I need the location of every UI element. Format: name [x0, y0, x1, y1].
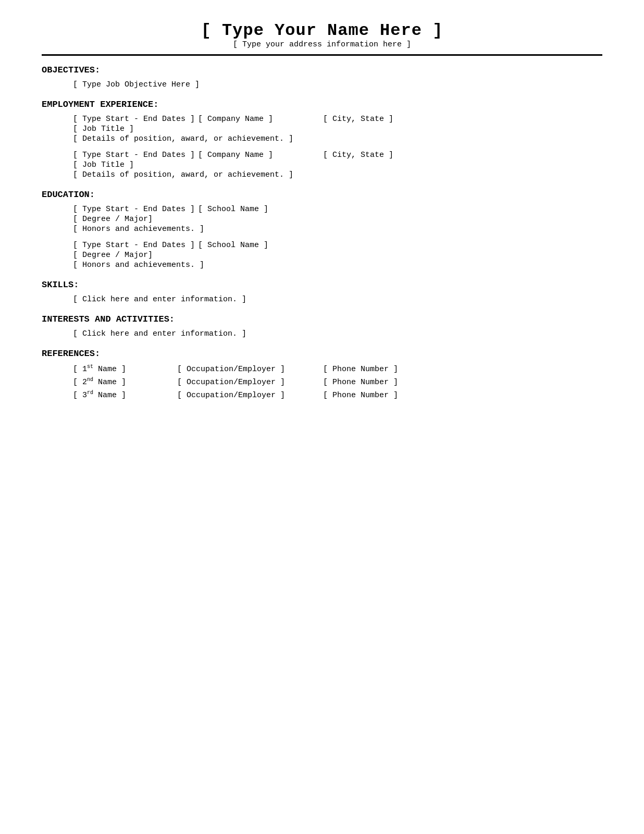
interests-section: INTERESTS AND ACTIVITIES: [ Click here a…	[42, 314, 602, 338]
interests-field[interactable]: [ Click here and enter information. ]	[73, 329, 602, 338]
emp2-company[interactable]: [ Company Name ]	[198, 151, 323, 160]
address-field[interactable]: [ Type your address information here ]	[42, 40, 602, 49]
skills-field[interactable]: [ Click here and enter information. ]	[73, 295, 602, 304]
education-title: EDUCATION:	[42, 190, 602, 200]
employment-entry-1-row1: [ Type Start - End Dates ] [ Company Nam…	[73, 115, 602, 124]
header-divider	[42, 54, 602, 56]
education-entry-1-row1: [ Type Start - End Dates ] [ School Name…	[73, 205, 602, 214]
edu1-degree[interactable]: [ Degree / Major]	[73, 215, 602, 224]
emp1-details[interactable]: [ Details of position, award, or achieve…	[73, 134, 602, 143]
emp2-city[interactable]: [ City, State ]	[323, 151, 417, 160]
skills-title: SKILLS:	[42, 280, 602, 290]
emp1-company[interactable]: [ Company Name ]	[198, 115, 323, 124]
ref1-occupation[interactable]: [ Occupation/Employer ]	[177, 365, 323, 374]
employment-title: EMPLOYMENT EXPERIENCE:	[42, 100, 602, 109]
interests-content: [ Click here and enter information. ]	[42, 329, 602, 338]
edu2-dates[interactable]: [ Type Start - End Dates ]	[73, 241, 198, 250]
ref-row-1: [ 1st Name ] [ Occupation/Employer ] [ P…	[73, 364, 602, 374]
ref1-phone[interactable]: [ Phone Number ]	[323, 365, 398, 374]
ref3-phone[interactable]: [ Phone Number ]	[323, 391, 398, 400]
education-entry-2-row1: [ Type Start - End Dates ] [ School Name…	[73, 241, 602, 250]
emp1-city[interactable]: [ City, State ]	[323, 115, 417, 124]
education-entry-2: [ Type Start - End Dates ] [ School Name…	[73, 241, 602, 269]
employment-content: [ Type Start - End Dates ] [ Company Nam…	[42, 115, 602, 179]
edu2-honors[interactable]: [ Honors and achievements. ]	[73, 261, 602, 269]
references-section: REFERENCES: [ 1st Name ] [ Occupation/Em…	[42, 349, 602, 400]
resume-page: [ Type Your Name Here ] [ Type your addr…	[42, 21, 602, 400]
objectives-title: OBJECTIVES:	[42, 65, 602, 75]
skills-section: SKILLS: [ Click here and enter informati…	[42, 280, 602, 304]
employment-section: EMPLOYMENT EXPERIENCE: [ Type Start - En…	[42, 100, 602, 179]
emp2-dates[interactable]: [ Type Start - End Dates ]	[73, 151, 198, 160]
emp2-jobtitle[interactable]: [ Job Title ]	[73, 161, 602, 169]
references-content: [ 1st Name ] [ Occupation/Employer ] [ P…	[42, 364, 602, 400]
employment-entry-1: [ Type Start - End Dates ] [ Company Nam…	[73, 115, 602, 143]
ref-row-3: [ 3rd Name ] [ Occupation/Employer ] [ P…	[73, 390, 602, 400]
interests-title: INTERESTS AND ACTIVITIES:	[42, 314, 602, 324]
edu1-dates[interactable]: [ Type Start - End Dates ]	[73, 205, 198, 214]
ref1-name[interactable]: [ 1st Name ]	[73, 364, 177, 374]
emp2-details[interactable]: [ Details of position, award, or achieve…	[73, 170, 602, 179]
ref3-name[interactable]: [ 3rd Name ]	[73, 390, 177, 400]
ref3-occupation[interactable]: [ Occupation/Employer ]	[177, 391, 323, 400]
header: [ Type Your Name Here ] [ Type your addr…	[42, 21, 602, 49]
objectives-field[interactable]: [ Type Job Objective Here ]	[73, 80, 602, 89]
ref2-name[interactable]: [ 2nd Name ]	[73, 377, 177, 387]
edu1-honors[interactable]: [ Honors and achievements. ]	[73, 225, 602, 234]
edu2-school[interactable]: [ School Name ]	[198, 241, 323, 250]
objectives-content: [ Type Job Objective Here ]	[42, 80, 602, 89]
employment-entry-2: [ Type Start - End Dates ] [ Company Nam…	[73, 151, 602, 179]
references-title: REFERENCES:	[42, 349, 602, 359]
education-entry-1: [ Type Start - End Dates ] [ School Name…	[73, 205, 602, 234]
emp1-dates[interactable]: [ Type Start - End Dates ]	[73, 115, 198, 124]
ref2-phone[interactable]: [ Phone Number ]	[323, 378, 398, 387]
ref2-occupation[interactable]: [ Occupation/Employer ]	[177, 378, 323, 387]
employment-entry-2-row1: [ Type Start - End Dates ] [ Company Nam…	[73, 151, 602, 160]
education-section: EDUCATION: [ Type Start - End Dates ] [ …	[42, 190, 602, 269]
objectives-section: OBJECTIVES: [ Type Job Objective Here ]	[42, 65, 602, 89]
edu2-degree[interactable]: [ Degree / Major]	[73, 251, 602, 260]
emp1-jobtitle[interactable]: [ Job Title ]	[73, 125, 602, 133]
edu1-school[interactable]: [ School Name ]	[198, 205, 323, 214]
ref-row-2: [ 2nd Name ] [ Occupation/Employer ] [ P…	[73, 377, 602, 387]
education-content: [ Type Start - End Dates ] [ School Name…	[42, 205, 602, 269]
skills-content: [ Click here and enter information. ]	[42, 295, 602, 304]
name-field[interactable]: [ Type Your Name Here ]	[42, 21, 602, 40]
